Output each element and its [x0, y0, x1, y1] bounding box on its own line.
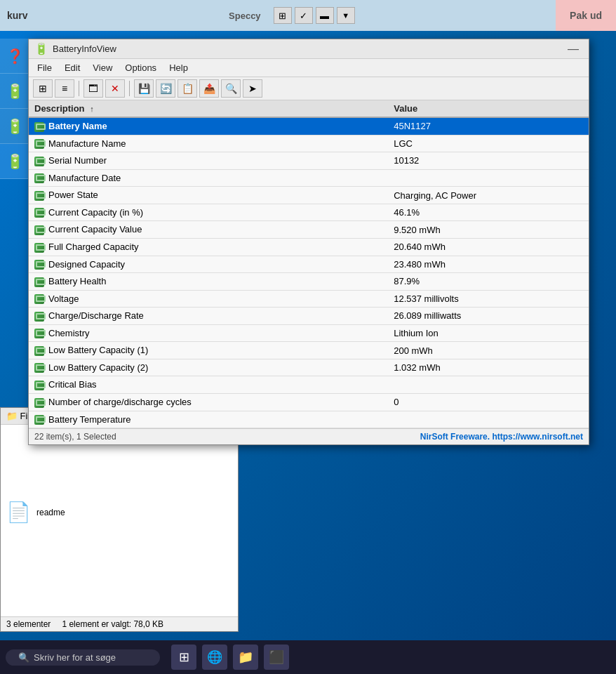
- row-value: 45N1127: [388, 117, 589, 135]
- left-panel-battery1: 🔋: [0, 74, 29, 109]
- desktop: kurv Speccy ⊞ ✓ ▬ ▼ Pak ud ❓ 🔋 🔋 🔋 🔋 Bat…: [0, 0, 616, 674]
- row-battery-icon: [34, 122, 44, 132]
- table-row[interactable]: Current Capacity (in %)46.1%: [29, 204, 589, 221]
- table-row[interactable]: Low Battery Capacity (2)1.032 mWh: [29, 359, 589, 376]
- toolbar-sep-2: [129, 81, 130, 96]
- toolbar-btn-export[interactable]: 📤: [199, 79, 219, 98]
- menu-edit[interactable]: Edit: [59, 60, 86, 75]
- toolbar-check-btn[interactable]: ✓: [295, 7, 313, 24]
- search-icon: 🔍: [18, 652, 29, 663]
- taskbar-search[interactable]: 🔍 Skriv her for at søge: [6, 649, 160, 666]
- row-description: Manufacture Name: [29, 135, 388, 152]
- row-description: Manufacture Date: [29, 169, 388, 187]
- top-bar: kurv Speccy ⊞ ✓ ▬ ▼ Pak ud: [0, 0, 616, 31]
- row-description: Battery Name: [29, 117, 388, 135]
- menu-file[interactable]: File: [32, 60, 58, 75]
- row-description: Voltage: [29, 290, 388, 308]
- row-battery-icon: [34, 294, 44, 304]
- left-panel-battery2: 🔋: [0, 109, 29, 144]
- row-value: 0: [388, 394, 589, 411]
- menu-options[interactable]: Options: [119, 60, 162, 75]
- taskbar-square-btn[interactable]: ⬛: [264, 645, 289, 670]
- table-row[interactable]: ChemistryLithium Ion: [29, 324, 589, 342]
- table-row[interactable]: Critical Bias: [29, 376, 589, 394]
- table-row[interactable]: Battery Name45N1127: [29, 117, 589, 135]
- row-value: 1.032 mWh: [388, 359, 589, 376]
- left-panel-question: ❓: [0, 39, 29, 74]
- row-description: Designed Capacity: [29, 256, 388, 273]
- row-battery-icon: [34, 208, 44, 218]
- table-row[interactable]: Charge/Discharge Rate26.089 milliwatts: [29, 308, 589, 325]
- row-value: [388, 169, 589, 187]
- taskbar-globe-btn[interactable]: 🌐: [202, 645, 227, 670]
- toolbar-btn-grid[interactable]: ⊞: [33, 79, 53, 98]
- menu-help[interactable]: Help: [163, 60, 194, 75]
- row-description: Charge/Discharge Rate: [29, 308, 388, 325]
- minimize-button[interactable]: —: [563, 43, 583, 55]
- taskbar-icons: ⊞ 🌐 📁 ⬛: [171, 645, 289, 670]
- toolbar-btn-refresh[interactable]: 🔄: [156, 79, 175, 98]
- nirsoft-text: NirSoft Freeware.: [420, 432, 490, 442]
- row-description: Critical Bias: [29, 376, 388, 394]
- col-description[interactable]: Description ↑: [29, 100, 388, 117]
- toolbar-btn-save[interactable]: 💾: [134, 79, 154, 98]
- table-row[interactable]: Power StateCharging, AC Power: [29, 187, 589, 204]
- search-placeholder: Skriv her for at søge: [34, 652, 116, 663]
- window-icon: 🔋: [34, 42, 48, 55]
- row-battery-icon: [34, 139, 44, 149]
- speccy-label: Speccy: [229, 11, 261, 21]
- row-battery-icon: [34, 277, 44, 287]
- row-battery-icon: [34, 191, 44, 201]
- toolbar-grid-btn[interactable]: ⊞: [274, 7, 292, 24]
- table-row[interactable]: Designed Capacity23.480 mWh: [29, 256, 589, 273]
- row-description: Full Charged Capacity: [29, 238, 388, 256]
- taskbar-start-btn[interactable]: ⊞: [171, 645, 196, 670]
- fe-count: 3 elementer: [6, 619, 51, 629]
- table-row[interactable]: Manufacture Date: [29, 169, 589, 187]
- top-bar-center: Speccy ⊞ ✓ ▬ ▼: [28, 7, 556, 24]
- row-value: 12.537 millivolts: [388, 290, 589, 308]
- status-count: 22 item(s), 1 Selected: [34, 432, 116, 442]
- nirsoft-link[interactable]: https://www.nirsoft.net: [492, 432, 583, 442]
- toolbar-dropdown-btn[interactable]: ▼: [337, 7, 355, 24]
- toolbar: ⊞ ≡ 🗔 ✕ 💾 🔄 📋 📤 🔍 ➤: [29, 77, 589, 100]
- row-description: Battery Temperature: [29, 411, 388, 428]
- row-value: 87.9%: [388, 273, 589, 291]
- row-description: Power State: [29, 187, 388, 204]
- toolbar-btn-delete[interactable]: ✕: [105, 79, 125, 98]
- row-description: Chemistry: [29, 324, 388, 342]
- row-battery-icon: [34, 329, 44, 338]
- taskbar-folder-btn[interactable]: 📁: [233, 645, 258, 670]
- pak-ud-label: Pak ud: [556, 0, 616, 31]
- row-description: Serial Number: [29, 152, 388, 170]
- toolbar-btn-list[interactable]: ≡: [55, 79, 74, 98]
- table-row[interactable]: Battery Health87.9%: [29, 273, 589, 291]
- row-value: Lithium Ion: [388, 324, 589, 342]
- toolbar-btn-zoom[interactable]: 🔍: [221, 79, 241, 98]
- row-battery-icon: [34, 346, 44, 356]
- row-battery-icon: [34, 260, 44, 270]
- row-value: 10132: [388, 152, 589, 170]
- table-row[interactable]: Manufacture NameLGC: [29, 135, 589, 152]
- row-description: Low Battery Capacity (1): [29, 342, 388, 359]
- toolbar-btn-copy[interactable]: 📋: [178, 79, 197, 98]
- table-row[interactable]: Serial Number10132: [29, 152, 589, 170]
- table-row[interactable]: Current Capacity Value9.520 mWh: [29, 221, 589, 239]
- row-battery-icon: [34, 225, 44, 235]
- toolbar-list-btn[interactable]: ▬: [316, 7, 334, 24]
- table-row[interactable]: Battery Temperature: [29, 411, 589, 428]
- fe-readme: readme: [36, 508, 65, 517]
- toolbar-btn-arrow[interactable]: ➤: [243, 79, 262, 98]
- row-battery-icon: [34, 398, 44, 408]
- window-controls: —: [563, 43, 583, 55]
- menu-view[interactable]: View: [87, 60, 118, 75]
- row-value: 20.640 mWh: [388, 238, 589, 256]
- table-row[interactable]: Full Charged Capacity20.640 mWh: [29, 238, 589, 256]
- toolbar-btn-window[interactable]: 🗔: [83, 79, 103, 98]
- table-row[interactable]: Number of charge/discharge cycles0: [29, 394, 589, 411]
- table-row[interactable]: Voltage12.537 millivolts: [29, 290, 589, 308]
- row-battery-icon: [34, 157, 44, 166]
- table-row[interactable]: Low Battery Capacity (1)200 mWh: [29, 342, 589, 359]
- col-value[interactable]: Value: [388, 100, 589, 117]
- taskbar: 🔍 Skriv her for at søge ⊞ 🌐 📁 ⬛: [0, 640, 616, 674]
